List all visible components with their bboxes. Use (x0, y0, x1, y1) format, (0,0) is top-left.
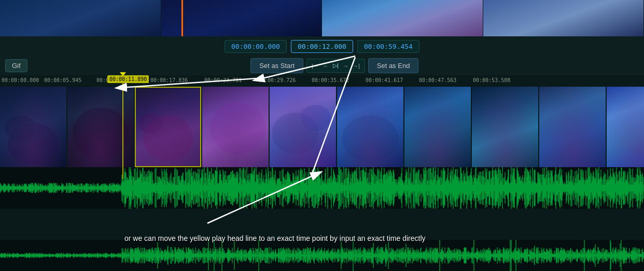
nav-next-frame[interactable]: → (341, 62, 350, 70)
preview-segment-4 (483, 0, 645, 36)
svg-point-4 (138, 113, 163, 133)
nav-controls: |← ← ▷| → →| (306, 59, 365, 73)
nav-skip-start[interactable]: |← (310, 62, 320, 70)
svg-point-0 (8, 123, 59, 165)
set-end-button[interactable]: Set as End (368, 58, 419, 73)
ruler-mark-6: 00:00:35.672 (312, 77, 349, 83)
thumbnail-0[interactable] (0, 87, 67, 167)
thumbnail-strip (0, 87, 644, 167)
waveform-upper-canvas (0, 167, 644, 209)
thumb-img-1 (67, 87, 134, 167)
time-display-start[interactable]: 00:00:00.000 (225, 40, 287, 53)
preview-segment-2 (161, 0, 323, 36)
waveform-upper (0, 167, 644, 209)
thumb-img-6 (404, 87, 471, 167)
thumb-img-0 (0, 87, 66, 167)
controls-row-2: Gif Set as Start |← ← ▷| → →| Set as End (0, 56, 644, 75)
time-display-end[interactable]: 00:00:59.454 (357, 40, 419, 53)
thumb-img-7 (472, 87, 538, 167)
waveform-lower (0, 240, 644, 271)
svg-point-1 (5, 115, 36, 141)
preview-segment-3 (322, 0, 483, 36)
ruler-mark-3: 00:00:17.836 (150, 77, 188, 83)
nav-prev-frame[interactable]: ← (321, 62, 330, 70)
nav-skip-end[interactable]: →| (351, 62, 361, 70)
thumbnail-4[interactable] (270, 87, 337, 167)
svg-point-8 (342, 115, 398, 162)
orange-marker (181, 0, 183, 36)
svg-point-2 (73, 107, 129, 159)
ruler-mark-5: 00:00:29.726 (258, 77, 296, 83)
preview-strip (0, 0, 644, 36)
thumbnail-7[interactable] (472, 87, 539, 167)
ruler-mark-8: 00:00:47.563 (419, 77, 456, 83)
thumb-img-9 (607, 87, 644, 167)
svg-point-5 (210, 102, 266, 154)
controls-row-1: 00:00:00.000 00:00:12.000 00:00:59.454 (0, 36, 644, 56)
time-display-current[interactable]: 00:00:12.000 (291, 40, 353, 53)
ruler-mark-9: 00:00:53.508 (473, 77, 510, 83)
thumbnail-2[interactable] (135, 87, 202, 167)
playhead-time-label: 00:00:11.890 (107, 75, 149, 83)
preview-img-3 (322, 0, 483, 36)
thumbnail-6[interactable] (404, 87, 472, 167)
preview-img-1 (0, 0, 161, 36)
preview-segment-1 (0, 0, 161, 36)
thumb-img-3 (202, 87, 269, 167)
svg-point-3 (143, 116, 192, 161)
nav-play-pause[interactable]: ▷| (331, 61, 340, 70)
ruler-mark-7: 00:00:41.617 (366, 77, 403, 83)
thumbnail-5[interactable] (337, 87, 404, 167)
preview-img-4 (483, 0, 644, 36)
thumb-img-5 (337, 87, 403, 167)
preview-img-2 (161, 0, 322, 36)
thumb-img-8 (539, 87, 606, 167)
set-start-button[interactable]: Set as Start (250, 58, 303, 73)
thumbnail-1[interactable] (67, 87, 135, 167)
gif-button[interactable]: Gif (5, 59, 27, 72)
thumbnail-8[interactable] (539, 87, 607, 167)
waveform-lower-canvas (0, 240, 644, 271)
thumb-img-4 (270, 87, 336, 167)
svg-point-6 (272, 113, 318, 154)
svg-point-7 (300, 105, 331, 131)
thumbnail-3[interactable] (202, 87, 270, 167)
ruler-mark-0: 00:00:00.000 (2, 77, 39, 83)
timeline-ruler[interactable]: 00:00:00.000 00:00:05.945 00:00:11.890 0… (0, 75, 644, 87)
ruler-mark-4: 00:00:23.781 (204, 77, 242, 83)
thumbnail-9[interactable] (607, 87, 644, 167)
yellow-playhead[interactable] (122, 75, 123, 179)
ruler-mark-1: 00:00:05.945 (44, 77, 81, 83)
thumb-img-2 (135, 87, 201, 167)
